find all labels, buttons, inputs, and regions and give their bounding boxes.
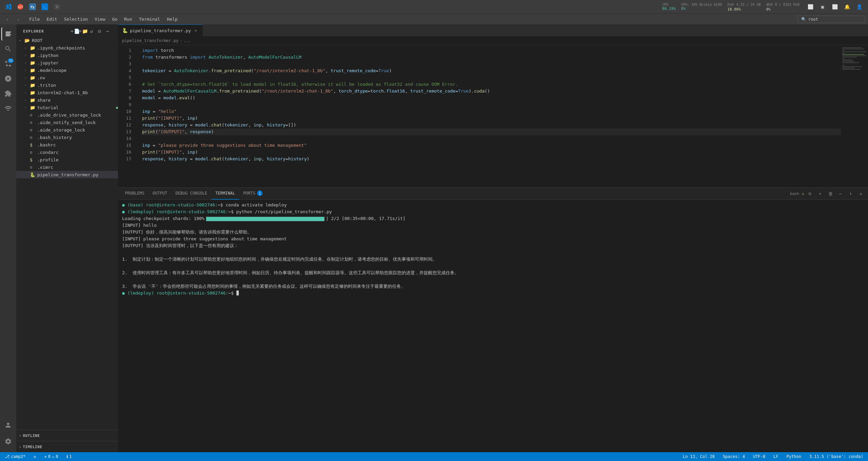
code-line-3 xyxy=(142,61,841,67)
tab-terminal[interactable]: TERMINAL xyxy=(211,188,239,200)
notification-btn[interactable]: 🔔 xyxy=(842,1,852,12)
terminal-line-blank2 xyxy=(122,263,864,269)
settings-icon-title[interactable] xyxy=(52,2,62,12)
tab-problems[interactable]: PROBLEMS xyxy=(121,188,149,200)
collapse-all-btn[interactable]: ⊟ xyxy=(96,28,103,35)
refresh-btn[interactable]: ↺ xyxy=(88,28,95,35)
python-icon[interactable]: Py xyxy=(28,2,37,12)
menu-run[interactable]: Run xyxy=(121,15,135,23)
pipeline-label: pipeline_transformer.py xyxy=(37,172,118,177)
explorer-title: EXPLORER xyxy=(23,29,44,34)
title-bar-left-icons: git Py ›_ xyxy=(3,2,62,12)
search-box[interactable]: 🔍 root xyxy=(797,16,865,23)
more-terminal-btn[interactable]: ⋯ xyxy=(836,189,845,198)
activity-debug[interactable] xyxy=(1,72,15,85)
root-arrow: ▾ xyxy=(19,39,24,42)
tree-item-jupyter[interactable]: › 📁 .jupyter xyxy=(16,59,118,66)
tree-item-aide-notify[interactable]: ≡ .aide_notify_send_lock xyxy=(16,119,118,126)
terminal-line-2: ● (lmdeploy) root@intern-studio-5002746:… xyxy=(122,208,864,215)
activity-explorer[interactable] xyxy=(1,27,15,41)
root-label: ROOT xyxy=(32,38,118,43)
breadcrumb-file[interactable]: pipeline_transformer.py xyxy=(122,38,178,43)
tree-item-aide-drive[interactable]: ≡ .aide_drive_storage_lock xyxy=(16,111,118,119)
activity-account[interactable] xyxy=(1,418,15,432)
sidebar-toggle-btn[interactable]: ⬜ xyxy=(805,1,816,12)
tree-item-nv[interactable]: › 📁 .nv xyxy=(16,74,118,81)
add-terminal-btn[interactable]: + xyxy=(816,189,825,198)
tree-item-share[interactable]: › 📁 share xyxy=(16,96,118,104)
tree-item-profile[interactable]: $ .profile xyxy=(16,156,118,163)
tab-pipeline-transformer[interactable]: 🐍 pipeline_transformer.py ✕ xyxy=(118,24,203,36)
ipython-arrow: › xyxy=(24,54,30,57)
terminal-line-input2: [INPUT] please provide three suggestions… xyxy=(122,236,864,242)
forward-button[interactable]: › xyxy=(14,15,23,24)
tree-item-internlm[interactable]: › 📁 internlm2-chat-1_8b xyxy=(16,89,118,96)
code-line-11: print("[INPUT]", inp) xyxy=(142,115,841,122)
maximize-panel-btn[interactable]: ⬆ xyxy=(846,189,855,198)
status-interpreter[interactable]: 3.11.5 ('base': conda) xyxy=(807,452,865,461)
tree-item-modelscope[interactable]: › 📁 .modelscope xyxy=(16,66,118,74)
menu-terminal[interactable]: Terminal xyxy=(136,15,164,23)
activity-git[interactable]: 33 xyxy=(1,57,15,71)
git-icon[interactable]: git xyxy=(16,2,25,12)
tutorial-folder-icon: 📁 xyxy=(30,105,36,110)
maximize-btn[interactable]: ⬜ xyxy=(829,1,840,12)
panel-actions: bash ⚠ ⊟ + 🗑 ⋯ ⬆ ✕ xyxy=(790,189,865,198)
new-folder-btn[interactable]: +📁 xyxy=(80,28,87,35)
split-terminal-btn[interactable]: ⊟ xyxy=(806,189,814,198)
code-line-8: model = model.eval() xyxy=(142,95,841,101)
status-errors[interactable]: ✕ 0 ⚠ 0 xyxy=(42,452,60,461)
menu-view[interactable]: View xyxy=(91,15,109,23)
timeline-header[interactable]: › TIMELINE xyxy=(16,443,118,451)
activity-settings[interactable] xyxy=(1,435,15,448)
new-file-btn[interactable]: +📄 xyxy=(72,28,79,35)
code-content[interactable]: import torch from transformers import Au… xyxy=(137,45,841,187)
status-info[interactable]: ℹ 1 xyxy=(64,452,74,461)
status-branch[interactable]: ⎇ camp2* xyxy=(3,452,27,461)
terminal-content[interactable]: ● (base) root@intern-studio-5002746:~$ c… xyxy=(118,200,868,316)
git-badge: 33 xyxy=(8,58,14,63)
status-language[interactable]: Python xyxy=(785,452,803,461)
menu-selection[interactable]: Selection xyxy=(61,15,91,23)
status-position[interactable]: Ln 13, Col 28 xyxy=(681,452,717,461)
tree-item-triton[interactable]: › 📁 .triton xyxy=(16,81,118,89)
sync-icon: ↻ xyxy=(34,454,36,459)
status-sync[interactable]: ↻ xyxy=(32,452,38,461)
tab-close-btn[interactable]: ✕ xyxy=(193,28,198,33)
tree-item-condarc[interactable]: ≡ .condarc xyxy=(16,148,118,156)
tree-item-bash-history[interactable]: ≡ .bash_history xyxy=(16,134,118,141)
close-panel-btn[interactable]: ✕ xyxy=(856,189,865,198)
status-spaces[interactable]: Spaces: 4 xyxy=(721,452,747,461)
tree-item-ipynb[interactable]: › 📁 .ipynb_checkpoints xyxy=(16,44,118,52)
activity-extensions[interactable] xyxy=(1,87,15,100)
menu-edit[interactable]: Edit xyxy=(43,15,60,23)
vimrc-label: .vimrc xyxy=(37,165,118,170)
tree-item-bashrc[interactable]: $ .bashrc xyxy=(16,141,118,148)
tree-item-ipython[interactable]: › 📁 .ipython xyxy=(16,52,118,59)
activity-search[interactable] xyxy=(1,42,15,56)
tab-ports[interactable]: PORTS 1 xyxy=(239,188,267,200)
activity-remote[interactable] xyxy=(1,102,15,115)
tree-item-pipeline[interactable]: 🐍 pipeline_transformer.py xyxy=(16,171,118,178)
tab-output[interactable]: OUTPUT xyxy=(149,188,171,200)
back-button[interactable]: ‹ xyxy=(3,15,12,24)
menu-bar: ‹ › File Edit Selection View Go Run Term… xyxy=(0,14,868,24)
tree-item-vimrc[interactable]: ≡ .vimrc xyxy=(16,163,118,171)
menu-go[interactable]: Go xyxy=(109,15,121,23)
menu-help[interactable]: Help xyxy=(163,15,181,23)
profile-label: .profile xyxy=(37,157,118,162)
editor-layout-btn[interactable]: ▣ xyxy=(817,1,828,12)
more-actions-btn[interactable]: ⋯ xyxy=(104,28,111,35)
tree-item-aide-storage[interactable]: ≡ .aide_storage_lock xyxy=(16,126,118,134)
kill-terminal-btn[interactable]: 🗑 xyxy=(826,189,835,198)
status-encoding[interactable]: UTF-8 xyxy=(751,452,767,461)
account-btn[interactable]: 👤 xyxy=(854,1,865,12)
outline-header[interactable]: › OUTLINE xyxy=(16,432,118,440)
tab-debug-console[interactable]: DEBUG CONSOLE xyxy=(171,188,211,200)
tree-root[interactable]: ▾ 📂 ROOT xyxy=(16,37,118,44)
menu-file[interactable]: File xyxy=(26,15,43,23)
breadcrumb-dots[interactable]: ... xyxy=(184,38,191,43)
status-eol[interactable]: LF xyxy=(771,452,780,461)
git-branch-icon[interactable]: ›_ xyxy=(40,2,50,12)
tree-item-tutorial[interactable]: › 📁 tutorial ● xyxy=(16,104,118,111)
